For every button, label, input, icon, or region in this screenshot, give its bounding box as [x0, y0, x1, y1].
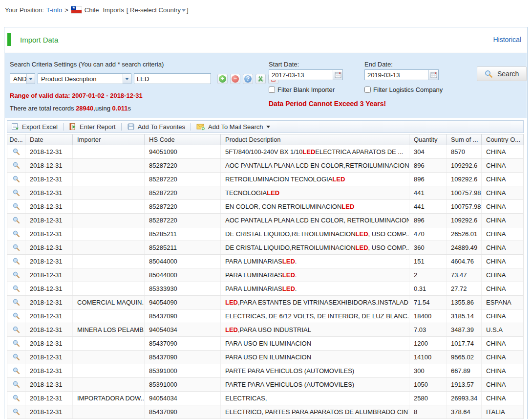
detail-magnifier-icon[interactable]	[13, 176, 20, 183]
detail-magnifier-icon[interactable]	[13, 353, 20, 361]
detail-magnifier-icon[interactable]	[13, 326, 20, 333]
cell-product-description: PARA LUMINARIAS LED.	[221, 282, 409, 295]
export-excel-button[interactable]: Export Excel	[11, 123, 58, 131]
detail-magnifier-icon[interactable]	[13, 217, 20, 224]
question-circle-icon: ?	[244, 75, 252, 83]
breadcrumb-home-link[interactable]: T-info	[46, 6, 63, 14]
cell-importer: MINERA LOS PELAMB...	[73, 323, 145, 336]
cell-quantity: 896	[409, 214, 447, 227]
table-row: 2018-12-3185287220EN COLOR, CON RETROILU…	[7, 200, 523, 214]
add-to-favorites-button[interactable]: Add To Favorites	[127, 123, 185, 131]
cell-date: 2018-12-31	[25, 200, 73, 213]
cell-country: CHINA	[482, 159, 523, 172]
col-header-date[interactable]: Date	[25, 134, 73, 145]
cell-importer	[73, 405, 145, 419]
end-date-calendar-button[interactable]	[428, 70, 438, 80]
table-row: 2018-12-3185287220TECNOLOGIA LED44110075…	[7, 186, 523, 200]
keyword-highlight: LED	[282, 258, 295, 265]
cell-date: 2018-12-31	[25, 268, 73, 282]
start-date-label: Start Date:	[269, 61, 299, 68]
magnifier-icon	[13, 408, 20, 416]
remove-criteria-button[interactable]: −	[230, 74, 240, 84]
description-text: ELECTRICAS, DE 6/12 VOLTS, DE INTERIOR, …	[225, 312, 409, 320]
col-header-product-description[interactable]: Product Description	[221, 134, 409, 145]
detail-magnifier-icon[interactable]	[13, 395, 20, 402]
magnifier-icon	[13, 189, 20, 197]
cell-product-description: 5FT/840/100-240V BX 1/10 LED ELECTRICA A…	[221, 145, 409, 158]
historical-link[interactable]: Historical	[493, 36, 521, 44]
col-header-quantity[interactable]: Quantity	[409, 134, 447, 145]
detail-magnifier-icon[interactable]	[13, 367, 20, 375]
boolean-operator-select[interactable]: AND	[10, 73, 35, 84]
cell-detail	[7, 405, 25, 419]
start-date-calendar-button[interactable]	[333, 70, 342, 80]
detail-magnifier-icon[interactable]	[13, 312, 20, 320]
detail-magnifier-icon[interactable]	[13, 340, 20, 347]
keyword-input[interactable]	[134, 73, 211, 84]
magnifier-icon	[13, 353, 20, 361]
chile-flag-icon: ★	[71, 6, 82, 14]
cell-detail	[7, 214, 25, 227]
cell-country: CHINA	[482, 309, 523, 323]
col-header-importer[interactable]: Importer	[73, 134, 145, 145]
detail-magnifier-icon[interactable]	[13, 258, 20, 265]
table-row: 2018-12-3185391000PARTE PARA VEHICULOS (…	[7, 378, 523, 392]
enter-report-button[interactable]: Enter Report	[69, 123, 116, 131]
cell-product-description: AOC PANTALLA PLANA LCD EN COLOR,RETROILU…	[221, 159, 409, 172]
cell-date: 2018-12-31	[25, 145, 73, 158]
cell-sum: 1017.74	[447, 337, 482, 350]
detail-magnifier-icon[interactable]	[13, 299, 20, 306]
cell-importer	[73, 351, 145, 364]
cell-product-description: LED,PARA ESTANTES DE VITRINASEXHIBIDORAS…	[221, 296, 409, 309]
cell-date: 2018-12-31	[25, 309, 73, 323]
cell-country: CHINA	[482, 173, 523, 186]
filter-logistics-checkbox[interactable]	[364, 87, 371, 93]
filter-logistics-row: Filter Logistics Company	[364, 86, 443, 93]
filter-blank-importer-checkbox[interactable]	[269, 87, 275, 93]
reselect-country-dropdown[interactable]: [ Re-select Country ]	[127, 6, 189, 14]
detail-magnifier-icon[interactable]	[13, 408, 20, 416]
end-date-input[interactable]	[365, 70, 428, 79]
cell-sum: 100757.98	[447, 186, 482, 199]
add-to-mail-search-button[interactable]: Add To Mail Search	[196, 123, 270, 131]
help-button[interactable]: ?	[243, 74, 253, 84]
cell-detail	[7, 282, 25, 295]
cell-sum: 24889.49	[447, 241, 482, 254]
detail-magnifier-icon[interactable]	[13, 189, 20, 197]
cell-country: CHINA	[482, 282, 523, 295]
detail-magnifier-icon[interactable]	[13, 230, 20, 238]
description-text: ELECTRICO, PARTES PARA APARATOS DE ALUMB…	[225, 408, 409, 416]
detail-magnifier-icon[interactable]	[13, 148, 20, 155]
detail-magnifier-icon[interactable]	[13, 271, 20, 279]
description-text: RETROILUMINACION TECNOLOGIA	[225, 176, 332, 183]
envelope-plus-icon	[196, 123, 205, 131]
col-header-country[interactable]: Country O...	[482, 134, 523, 145]
description-text: PARA LUMINARIAS	[225, 271, 282, 279]
detail-magnifier-icon[interactable]	[13, 203, 20, 210]
description-text: .	[295, 285, 297, 292]
table-row: 2018-12-3185044000PARA LUMINARIAS LED.27…	[7, 268, 523, 282]
search-button[interactable]: Search	[477, 66, 527, 81]
cell-product-description: PARA USO EN ILUMINACION	[221, 351, 409, 364]
description-text: TECNOLOGIA	[225, 189, 267, 197]
search-field-select[interactable]: Product Description	[38, 73, 131, 84]
cell-product-description: DE CRISTAL LIQUIDO,RETROILUMINACION LED,…	[221, 227, 409, 241]
cell-importer	[73, 337, 145, 350]
cell-importer	[73, 200, 145, 213]
toolbar-divider	[191, 123, 191, 131]
col-header-detail[interactable]: De...	[7, 134, 25, 145]
detail-magnifier-icon[interactable]	[13, 244, 20, 251]
language-english-button[interactable]	[255, 74, 266, 84]
col-header-sum[interactable]: Sum of ...	[447, 134, 482, 145]
cell-detail	[7, 268, 25, 282]
col-header-hs-code[interactable]: HS Code	[145, 134, 221, 145]
detail-magnifier-icon[interactable]	[13, 285, 20, 292]
start-date-input[interactable]	[269, 70, 333, 79]
detail-magnifier-icon[interactable]	[13, 162, 20, 169]
magnifier-icon	[13, 381, 20, 388]
cell-date: 2018-12-31	[25, 351, 73, 364]
title-accent-bar	[7, 33, 11, 46]
detail-magnifier-icon[interactable]	[13, 381, 20, 388]
cell-country: ESPANA	[482, 296, 523, 309]
add-criteria-button[interactable]: +	[217, 74, 228, 84]
